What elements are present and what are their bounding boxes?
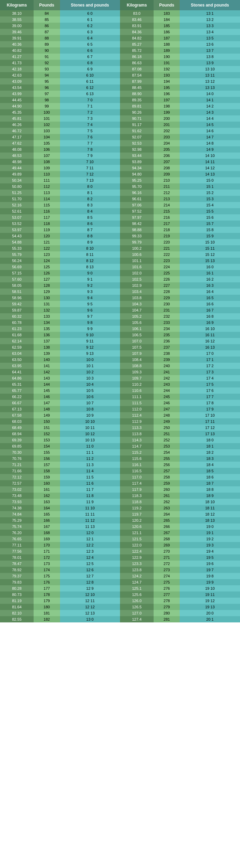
table-cell: 11 9 — [60, 499, 120, 505]
table-cell: 122.4 — [120, 548, 154, 554]
table-cell: 13 6 — [180, 41, 240, 47]
table-cell: 182 — [34, 616, 60, 622]
table-row: 77.1117012 2122.026919 3 — [0, 542, 240, 548]
table-cell: 14 13 — [180, 171, 240, 177]
table-cell: 10 4 — [60, 381, 120, 387]
table-cell: 99.79 — [120, 239, 154, 245]
table-cell: 88 — [34, 35, 60, 41]
table-row: 42.63946 1087.5419313 11 — [0, 72, 240, 78]
table-cell: 13 2 — [180, 16, 240, 23]
table-cell: 138 — [34, 344, 60, 350]
table-cell: 53.52 — [0, 221, 34, 227]
table-cell: 79.37 — [0, 573, 34, 579]
table-cell: 12 4 — [60, 554, 120, 561]
table-cell: 81.19 — [0, 598, 34, 604]
table-cell: 14 5 — [180, 122, 240, 128]
table-cell: 12 0 — [60, 530, 120, 536]
table-cell: 216 — [154, 214, 180, 221]
table-cell: 12 3 — [60, 548, 120, 554]
table-cell: 45.35 — [0, 109, 34, 115]
table-row: 58.051289 2102.922716 3 — [0, 282, 240, 289]
table-cell: 261 — [154, 493, 180, 499]
table-cell: 100.2 — [120, 245, 154, 251]
table-row: 71.2115711 3116.125618 4 — [0, 462, 240, 468]
table-cell: 185 — [154, 23, 180, 29]
table-cell: 8 4 — [60, 208, 120, 214]
table-cell: 178 — [34, 591, 60, 598]
table-cell: 12 9 — [60, 585, 120, 591]
table-cell: 98.88 — [120, 227, 154, 233]
table-cell: 59.42 — [0, 301, 34, 307]
table-cell: 15 3 — [180, 196, 240, 202]
table-cell: 7 3 — [60, 115, 120, 122]
table-cell: 112.9 — [120, 418, 154, 425]
table-cell: 47.17 — [0, 134, 34, 140]
table-cell: 240 — [154, 363, 180, 369]
table-row: 53.071178 597.9721615 6 — [0, 214, 240, 221]
table-cell: 38.55 — [0, 16, 34, 23]
table-cell: 136 — [34, 332, 60, 338]
table-cell: 17 4 — [180, 375, 240, 381]
table-cell: 14 1 — [180, 97, 240, 103]
table-cell: 9 5 — [60, 301, 120, 307]
table-cell: 226 — [154, 276, 180, 282]
table-row: 66.2214610 6111.124517 7 — [0, 394, 240, 400]
table-row: 73.0216111 7117.926018 8 — [0, 486, 240, 493]
table-cell: 55.79 — [0, 251, 34, 258]
table-cell: 234 — [154, 326, 180, 332]
table-cell: 8 9 — [60, 239, 120, 245]
table-cell: 123 — [34, 251, 60, 258]
table-cell: 86 — [34, 23, 60, 29]
table-cell: 16 8 — [180, 313, 240, 319]
table-cell: 41.73 — [0, 60, 34, 66]
table-cell: 19 12 — [180, 598, 240, 604]
table-cell: 125 — [34, 264, 60, 270]
table-cell: 105.6 — [120, 319, 154, 326]
table-row: 48.531077 993.4420614 10 — [0, 153, 240, 159]
table-cell: 124.2 — [120, 573, 154, 579]
table-cell: 186 — [154, 29, 180, 35]
table-cell: 39.46 — [0, 29, 34, 35]
table-cell: 13 8 — [180, 54, 240, 60]
table-cell: 255 — [154, 455, 180, 462]
table-cell: 147 — [34, 400, 60, 406]
table-cell: 97.97 — [120, 214, 154, 221]
table-cell: 112.4 — [120, 412, 154, 418]
table-cell: 10 5 — [60, 387, 120, 394]
table-cell: 16 12 — [180, 338, 240, 344]
table-cell: 58.05 — [0, 282, 34, 289]
table-cell: 9 13 — [60, 350, 120, 357]
table-cell: 92.53 — [120, 140, 154, 146]
table-row: 50.801128 095.7021115 1 — [0, 183, 240, 190]
table-cell: 18 6 — [180, 474, 240, 480]
table-cell: 281 — [154, 616, 180, 622]
table-cell: 118 — [34, 221, 60, 227]
table-cell: 109.7 — [120, 375, 154, 381]
table-cell: 141 — [34, 363, 60, 369]
table-cell: 84.36 — [120, 29, 154, 35]
table-cell: 16 2 — [180, 276, 240, 282]
table-cell: 10 12 — [60, 431, 120, 437]
table-cell: 11 0 — [60, 443, 120, 449]
table-cell: 111.1 — [120, 394, 154, 400]
table-cell: 75.74 — [0, 523, 34, 530]
table-cell: 259 — [154, 480, 180, 486]
header-pounds-1: Pounds — [34, 0, 60, 10]
table-cell: 119.7 — [120, 511, 154, 517]
table-cell: 14 10 — [180, 153, 240, 159]
table-cell: 6 9 — [60, 66, 120, 72]
table-cell: 247 — [154, 406, 180, 412]
table-cell: 82.10 — [0, 610, 34, 616]
table-cell: 63.04 — [0, 350, 34, 357]
table-cell: 249 — [154, 418, 180, 425]
table-row: 69.3915310 13114.325218 0 — [0, 437, 240, 443]
table-cell: 17 9 — [180, 406, 240, 412]
table-cell: 166 — [34, 517, 60, 523]
table-cell: 19 10 — [180, 585, 240, 591]
table-cell: 223 — [154, 258, 180, 264]
table-row: 68.4915110 11113.325017 12 — [0, 425, 240, 431]
table-cell: 172 — [34, 554, 60, 561]
table-cell: 84.82 — [120, 35, 154, 41]
table-cell: 14 4 — [180, 115, 240, 122]
table-cell: 10 1 — [60, 363, 120, 369]
